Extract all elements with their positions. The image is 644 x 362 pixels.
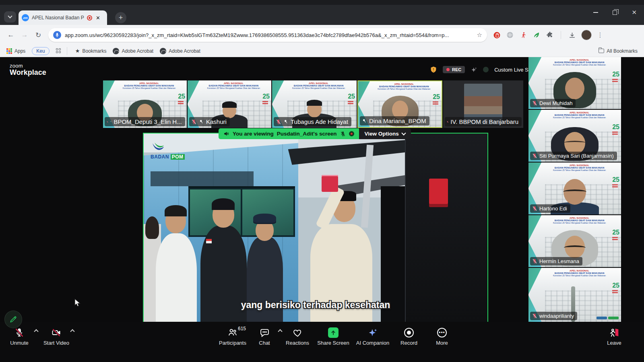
vbg-line3: Konsisten 25 Tahun Mengawal Kualitas Oba… — [549, 169, 610, 171]
glasses — [564, 141, 586, 145]
vbg-banner-text: APEL NASIONAL BADAN PENGAWAS OBAT DAN MA… — [206, 82, 261, 89]
apps-shortcut[interactable]: Apps — [6, 48, 25, 54]
adblock-extension-icon[interactable] — [493, 31, 501, 39]
unmute-button[interactable]: Unmute — [7, 327, 31, 346]
leave-label: Leave — [607, 340, 621, 346]
more-button[interactable]: ••• More — [430, 327, 454, 346]
chat-options-chevron[interactable] — [278, 329, 282, 333]
participant-tile[interactable]: APEL NASIONAL BADAN PENGAWAS OBAT DAN MA… — [528, 268, 621, 322]
recording-indicator[interactable]: REC — [443, 66, 465, 73]
record-icon — [404, 327, 414, 338]
vbg-25-logo: 25 — [348, 93, 355, 105]
participant-tile[interactable]: APEL NASIONAL BADAN PENGAWAS OBAT DAN MA… — [103, 80, 187, 128]
audio-options-chevron[interactable] — [34, 329, 38, 333]
ai-sparkle-icon[interactable] — [471, 66, 477, 73]
participant-nametag: Hartono Edi — [530, 204, 570, 213]
tab-close-icon[interactable]: ✕ — [96, 15, 100, 21]
record-button[interactable]: Record — [397, 327, 421, 346]
participant-tile[interactable]: APEL NASIONAL BADAN PENGAWAS OBAT DAN MA… — [528, 162, 621, 214]
participants-count: 615 — [238, 326, 246, 331]
viewing-banner-green: You are viewing Pusdatin_Adit's screen — [219, 128, 359, 139]
runner-extension-icon[interactable] — [519, 31, 527, 39]
toolbar-divider — [561, 31, 561, 39]
start-video-button[interactable]: Start Video — [40, 327, 72, 346]
vbg-banner-text: APEL NASIONAL BADAN PENGAWAS OBAT DAN MA… — [549, 217, 610, 224]
participant-tile[interactable]: APEL NASIONAL BADAN PENGAWAS OBAT DAN MA… — [528, 215, 621, 267]
leaf-extension-icon[interactable] — [533, 31, 541, 39]
participant-nametag: Hermin Lesmana — [530, 257, 582, 265]
presenter-mic-off-icon — [340, 131, 346, 137]
annotate-button[interactable] — [4, 311, 22, 328]
participants-button[interactable]: 615 Participants — [217, 327, 249, 346]
participant-name: Dina Mariana_BPOM — [369, 117, 426, 124]
reload-button[interactable]: ↻ — [31, 31, 45, 39]
red-product-pack — [322, 175, 338, 192]
shared-screen[interactable]: yang berisiko terhadap kesehatan BADAN P… — [143, 133, 488, 323]
man-white-shirt-hair — [165, 205, 187, 216]
chat-button[interactable]: Chat — [254, 327, 275, 346]
participant-nametag: Kashuri — [189, 117, 230, 126]
vbg-25-logo: 25 — [612, 229, 619, 241]
participant-tile-active-speaker[interactable]: APEL NASIONAL BADAN PENGAWAS OBAT DAN MA… — [357, 80, 442, 128]
window-minimize-button[interactable] — [593, 12, 598, 13]
reactions-label: Reactions — [286, 340, 309, 346]
share-screen-button[interactable]: Share Screen — [316, 327, 350, 346]
badan-label: BADAN — [151, 154, 169, 160]
view-options-button[interactable]: View Options — [359, 128, 411, 139]
adobe-acrobat-bookmark-2[interactable]: Adobe Acrobat — [160, 48, 200, 54]
security-shield-icon[interactable] — [430, 66, 437, 73]
participant-tile[interactable]: APEL NASIONAL BADAN PENGAWAS OBAT DAN MA… — [272, 80, 357, 128]
folder-icon — [599, 49, 604, 53]
window-restore-button[interactable] — [613, 10, 617, 15]
back-button[interactable]: ← — [4, 31, 18, 39]
ai-companion-icon — [367, 327, 378, 338]
adobe-acrobat-bookmark-1[interactable]: Adobe Acrobat — [113, 48, 153, 54]
vbg-banner-text: APEL NASIONAL BADAN PENGAWAS OBAT DAN MA… — [122, 82, 177, 89]
browser-toolbar: ← → ↻ app.zoom.us/wc/96230592283/join?_x… — [0, 25, 644, 45]
forward-button[interactable]: → — [18, 31, 31, 39]
window-close-button[interactable]: ✕ — [632, 9, 637, 16]
tab-groups-icon-button[interactable] — [56, 48, 61, 53]
vbg-social-chips — [597, 317, 619, 319]
live-indicator-icon — [483, 67, 489, 72]
police-cap — [253, 214, 276, 223]
leave-button[interactable]: Leave — [602, 327, 626, 346]
new-tab-button[interactable]: + — [115, 12, 126, 23]
unmute-label: Unmute — [10, 340, 29, 346]
ai-companion-button[interactable]: AI Companion — [354, 327, 391, 346]
globe-extension-icon[interactable] — [506, 31, 514, 39]
bookmarks-folder-button[interactable]: ★ Bookmarks — [75, 48, 107, 54]
participant-tile[interactable]: APEL NASIONAL BADAN PENGAWAS OBAT DAN MA… — [528, 57, 621, 109]
participant-tile[interactable]: APEL NASIONAL BADAN PENGAWAS OBAT DAN MA… — [528, 110, 621, 162]
downloads-icon[interactable] — [568, 31, 576, 39]
screen-owner: Pusdatin_Adit's screen — [277, 131, 337, 137]
profile-avatar[interactable] — [581, 30, 592, 40]
vbg-line3: Konsisten 25 Tahun Mengawal Kualitas Oba… — [377, 88, 432, 90]
tab-title: APEL Nasional Badan Penga — [32, 15, 84, 21]
tab-search-button[interactable] — [4, 11, 16, 23]
reactions-button[interactable]: Reactions — [284, 327, 311, 346]
mic-off-icon — [532, 259, 537, 264]
extensions-puzzle-icon[interactable] — [546, 31, 554, 39]
site-microphone-icon[interactable] — [53, 31, 61, 39]
video-off-icon — [51, 327, 62, 338]
url-text[interactable]: app.zoom.us/wc/96230592283/join?_x_zm_rt… — [65, 32, 473, 38]
participant-tile[interactable]: IV. BBPOM di Banjarbaru — [443, 80, 523, 128]
apps-grid-icon — [6, 48, 12, 54]
all-bookmarks-button[interactable]: All Bookmarks — [599, 48, 638, 54]
address-bar[interactable]: app.zoom.us/wc/96230592283/join?_x_zm_rt… — [48, 28, 487, 42]
glasses — [564, 245, 586, 250]
mic-off-icon — [447, 119, 448, 125]
keu-label: Keu — [32, 47, 49, 55]
participant-tile[interactable]: APEL NASIONAL BADAN PENGAWAS OBAT DAN MA… — [188, 80, 271, 128]
all-bookmarks-label: All Bookmarks — [607, 48, 638, 54]
bookmark-star-icon[interactable]: ☆ — [477, 31, 482, 39]
browser-menu-icon[interactable]: ⋮ — [597, 31, 603, 39]
pin-icon — [362, 118, 367, 123]
vbg-25-logo: 25 — [433, 93, 440, 105]
browser-tab[interactable]: zm APEL Nasional Badan Penga ✕ — [19, 10, 107, 25]
participant-nametag: Siti Purmaya Sari (Banjarmasin) — [530, 152, 617, 160]
vbg-25-logo: 25 — [612, 282, 619, 294]
participant-name: Hermin Lesmana — [539, 258, 579, 264]
keu-bookmark[interactable]: Keu — [32, 47, 49, 55]
